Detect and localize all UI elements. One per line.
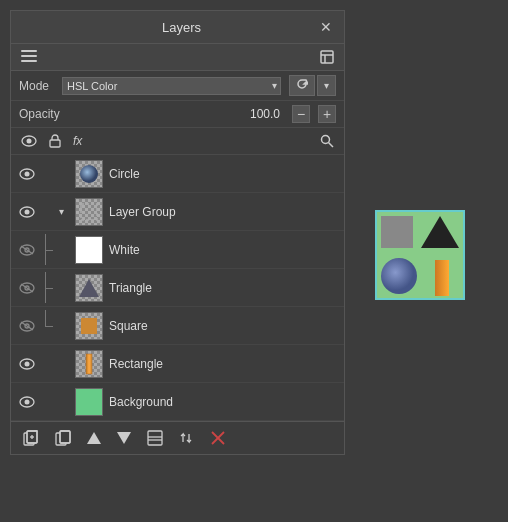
preview-triangle	[419, 214, 461, 250]
svg-line-10	[329, 143, 334, 148]
opacity-label: Opacity	[19, 107, 69, 121]
svg-rect-0	[21, 50, 37, 52]
opacity-plus-button[interactable]: +	[318, 105, 336, 123]
mode-reset-button[interactable]	[289, 75, 315, 96]
svg-point-52	[381, 258, 417, 294]
panel-title: Layers	[43, 20, 320, 35]
svg-rect-42	[60, 431, 70, 443]
close-button[interactable]: ✕	[320, 19, 332, 35]
icons-row: fx	[11, 128, 344, 155]
layers-panel: Layers ✕ Mode	[10, 10, 345, 455]
mode-select-wrap: HSL Color Normal Multiply Screen	[62, 77, 281, 95]
svg-rect-1	[21, 55, 37, 57]
mode-row: Mode HSL Color Normal Multiply Screen ▾	[11, 71, 344, 101]
visibility-square[interactable]	[17, 320, 37, 332]
layer-name-rectangle: Rectangle	[109, 357, 338, 371]
search-button[interactable]	[318, 132, 336, 150]
thumb-circle	[75, 160, 103, 188]
layer-item-circle[interactable]: Circle	[11, 155, 344, 193]
layer-item-triangle[interactable]: Triangle	[11, 269, 344, 307]
visibility-rectangle[interactable]	[17, 358, 37, 370]
svg-point-12	[25, 171, 30, 176]
visibility-circle[interactable]	[17, 168, 37, 180]
svg-point-33	[25, 399, 30, 404]
svg-rect-27	[81, 318, 97, 334]
opacity-value: 100.0	[77, 107, 280, 121]
layer-item-rectangle[interactable]: Rectangle	[11, 345, 344, 383]
mode-select[interactable]: HSL Color Normal Multiply Screen	[62, 77, 281, 95]
thumb-triangle	[75, 274, 103, 302]
merge-button[interactable]	[141, 426, 169, 450]
visibility-group[interactable]	[17, 206, 37, 218]
svg-point-29	[25, 361, 30, 366]
layers-list: Circle ▾ Layer Group	[11, 155, 344, 421]
duplicate-button[interactable]	[49, 426, 77, 450]
svg-rect-16	[81, 204, 97, 220]
mode-dropdown-button[interactable]: ▾	[317, 75, 336, 96]
preview-rect	[435, 260, 449, 296]
delete-button[interactable]	[205, 427, 231, 449]
svg-rect-2	[21, 60, 37, 62]
svg-rect-8	[50, 140, 60, 147]
layers-menu-button[interactable]	[17, 48, 41, 66]
svg-point-7	[27, 139, 32, 144]
layer-name-square: Square	[109, 319, 338, 333]
preview-thumbnail	[375, 210, 465, 300]
thumb-white	[75, 236, 103, 264]
svg-marker-44	[87, 432, 101, 444]
layer-name-white: White	[109, 243, 338, 257]
svg-marker-45	[117, 432, 131, 444]
thumb-rectangle	[75, 350, 103, 378]
thumb-square	[75, 312, 103, 340]
bottom-toolbar	[11, 421, 344, 454]
layer-item-white[interactable]: White	[11, 231, 344, 269]
svg-rect-3	[321, 51, 333, 63]
svg-marker-23	[79, 279, 99, 297]
opacity-row: Opacity 100.0 − +	[11, 101, 344, 128]
layer-name-triangle: Triangle	[109, 281, 338, 295]
svg-rect-31	[86, 354, 92, 374]
svg-point-15	[25, 209, 30, 214]
mode-buttons: ▾	[289, 75, 336, 96]
svg-line-26	[21, 322, 33, 330]
lock-button[interactable]	[47, 132, 63, 150]
move-up-button[interactable]	[81, 428, 107, 448]
panel-header: Layers ✕	[11, 11, 344, 44]
opacity-minus-button[interactable]: −	[292, 105, 310, 123]
new-layer-button[interactable]	[17, 426, 45, 450]
layer-item-group[interactable]: ▾ Layer Group	[11, 193, 344, 231]
svg-line-19	[21, 246, 33, 254]
visibility-background[interactable]	[17, 396, 37, 408]
layer-item-square[interactable]: Square	[11, 307, 344, 345]
visibility-triangle[interactable]	[17, 282, 37, 294]
mode-label: Mode	[19, 79, 54, 93]
preview-gray-square	[381, 216, 413, 248]
thumb-group	[75, 198, 103, 226]
layer-name-background: Background	[109, 395, 338, 409]
svg-marker-51	[421, 216, 459, 248]
thumb-background	[75, 388, 103, 416]
layer-name-group: Layer Group	[109, 205, 338, 219]
preview-circle	[379, 256, 419, 296]
visibility-white[interactable]	[17, 244, 37, 256]
sort-button[interactable]	[173, 426, 201, 450]
layer-item-background[interactable]: Background	[11, 383, 344, 421]
svg-point-9	[322, 136, 330, 144]
restore-button[interactable]	[316, 48, 338, 66]
visibility-toggle-button[interactable]	[19, 133, 39, 149]
svg-point-13	[80, 165, 98, 183]
toolbar-row	[11, 44, 344, 71]
fx-button[interactable]: fx	[71, 132, 84, 150]
svg-line-22	[21, 284, 33, 292]
move-down-button[interactable]	[111, 428, 137, 448]
svg-rect-46	[148, 431, 162, 445]
layer-name-circle: Circle	[109, 167, 338, 181]
group-expand-icon[interactable]: ▾	[53, 206, 69, 217]
